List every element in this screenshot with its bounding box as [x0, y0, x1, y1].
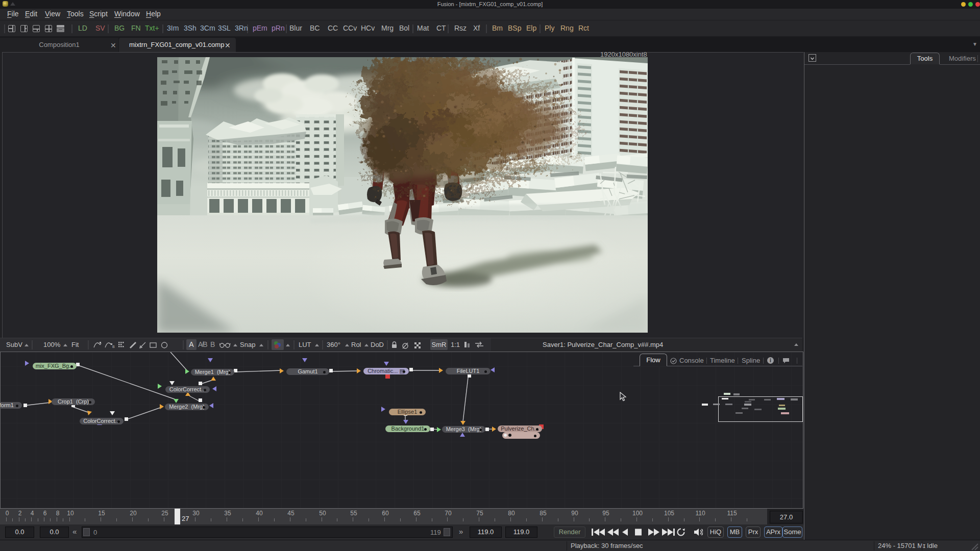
svg-text:B: B: [112, 345, 115, 348]
